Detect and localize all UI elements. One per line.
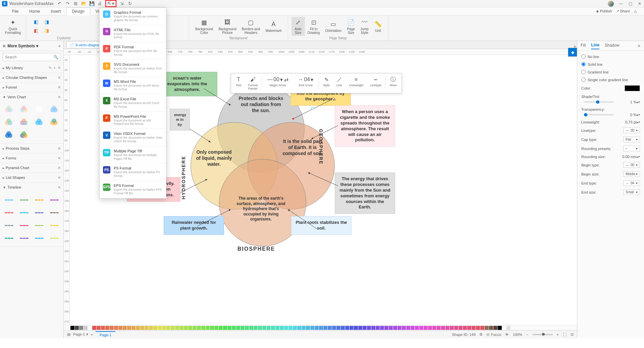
fullscreen-button[interactable]: ⊡: [571, 332, 574, 337]
single-gradient-radio[interactable]: Single color gradient line: [581, 78, 640, 82]
maximize-icon[interactable]: ▢: [628, 1, 633, 6]
fit-button[interactable]: ⛶: [563, 333, 567, 337]
no-line-radio[interactable]: No line: [581, 54, 640, 59]
color-swatch[interactable]: [240, 326, 245, 330]
alert-badge[interactable]: △: [634, 9, 637, 13]
page-tab-1[interactable]: Page-1: [96, 331, 115, 338]
color-swatch[interactable]: [284, 326, 288, 330]
lib-timeline[interactable]: ▼Timeline✕: [0, 183, 63, 192]
color-swatch[interactable]: [363, 326, 367, 330]
rp-tab-shadow[interactable]: Shadow: [605, 43, 619, 49]
begin-arrow-button[interactable]: — 00 ▾ ⇄Begin Arrow: [263, 75, 293, 92]
lib-pyramid-chart[interactable]: ▸Pyramid Chart✕: [0, 163, 63, 172]
zoom-level[interactable]: 100%: [513, 333, 522, 337]
export-item-html-file[interactable]: HHTML FileExport the document as HTML fi…: [100, 25, 166, 43]
page-selector[interactable]: Page-1 ▾: [73, 332, 88, 337]
selected-arrow[interactable]: [290, 96, 337, 123]
page-size-button[interactable]: 📄Page Size: [344, 17, 358, 36]
color-swatch[interactable]: [332, 326, 336, 330]
user-avatar[interactable]: [608, 1, 614, 7]
color-swatch[interactable]: [236, 326, 240, 330]
color-swatch[interactable]: [493, 326, 497, 330]
color-swatch[interactable]: [406, 326, 410, 330]
box-cigarette[interactable]: When a person uses a cigarette and the s…: [335, 105, 395, 147]
color-swatch[interactable]: [415, 326, 419, 330]
color-swatch[interactable]: [79, 326, 83, 330]
format-painter-button[interactable]: 🖌Format Painter: [245, 75, 261, 92]
fill-side-icon[interactable]: ◆: [568, 48, 577, 57]
lib-list-shapes[interactable]: ▸List Shapes✕: [0, 173, 63, 182]
search-input[interactable]: 🔍: [3, 53, 61, 61]
open-icon[interactable]: 📂: [81, 1, 87, 6]
expand-right-icon[interactable]: »: [574, 44, 576, 49]
export-item-eps-format[interactable]: EPSEPS FormatExport the document as Nati…: [100, 181, 166, 198]
color-swatch[interactable]: [101, 326, 105, 330]
export-item-pdf-format[interactable]: PPDF FormatExport the document as PDF fi…: [100, 42, 166, 60]
color-swatch[interactable]: [441, 326, 445, 330]
refresh-icon[interactable]: ↻: [127, 1, 132, 6]
rp-tab-line[interactable]: Line: [591, 43, 599, 49]
color-swatch[interactable]: [197, 326, 201, 330]
unit-button[interactable]: 📏Unit: [371, 17, 385, 36]
color-swatch[interactable]: [219, 326, 223, 330]
color-swatch[interactable]: [162, 326, 166, 330]
end-size-select[interactable]: Small▾: [623, 189, 640, 195]
color-swatch[interactable]: [297, 326, 301, 330]
color-swatch[interactable]: [88, 326, 92, 330]
orientation-button[interactable]: ▭Orientation: [322, 17, 344, 36]
color-swatch[interactable]: [136, 326, 140, 330]
color-swatch[interactable]: [258, 326, 262, 330]
color-swatch[interactable]: [232, 326, 236, 330]
style-button[interactable]: ✎Style: [320, 75, 333, 92]
color-swatch[interactable]: [105, 326, 109, 330]
end-arrow-button[interactable]: → 04 ▾End Arrow: [293, 75, 318, 92]
color-swatch[interactable]: [267, 326, 271, 330]
color-swatch[interactable]: [345, 326, 349, 330]
color-swatch[interactable]: [131, 326, 136, 330]
watermark-button[interactable]: AWatermark: [263, 17, 284, 36]
color-swatch[interactable]: [476, 326, 480, 330]
lib-process-steps[interactable]: ▸Process Steps✕: [0, 144, 63, 153]
cap-select[interactable]: Flat▾: [623, 137, 640, 142]
menu-insert[interactable]: Insert: [45, 8, 66, 15]
color-swatch[interactable]: [302, 326, 306, 330]
theme-thumb-4[interactable]: ◨: [42, 27, 52, 34]
color-swatch[interactable]: [328, 326, 332, 330]
color-swatch[interactable]: [92, 326, 96, 330]
color-swatch[interactable]: [389, 326, 393, 330]
export-item-ps-format[interactable]: PSPS FormatExport the document as Native…: [100, 163, 166, 181]
export-item-graphics-format[interactable]: GGraphics FormatExport the document as c…: [100, 8, 166, 25]
jump-style-button[interactable]: 〰Jump Style: [358, 17, 371, 36]
color-swatch[interactable]: [467, 326, 471, 330]
color-swatch[interactable]: [118, 326, 122, 330]
timeline-shape-9[interactable]: [18, 220, 31, 231]
linetype-select[interactable]: —00▾: [623, 128, 640, 133]
add-page-button[interactable]: +: [91, 333, 93, 337]
color-swatch[interactable]: [371, 326, 375, 330]
color-swatch[interactable]: [84, 326, 88, 330]
color-swatch[interactable]: [397, 326, 401, 330]
color-swatch[interactable]: [310, 326, 314, 330]
minimize-icon[interactable]: —: [619, 1, 623, 6]
color-swatch[interactable]: [262, 326, 266, 330]
borders-button[interactable]: ▢Borders and Headers: [239, 17, 263, 36]
timeline-shape-14[interactable]: [33, 233, 46, 244]
lib-venn-chart[interactable]: ▼Venn Chart✕: [0, 92, 63, 102]
auto-size-button[interactable]: ⤢Auto Size: [291, 17, 305, 36]
color-swatch[interactable]: [454, 326, 458, 330]
color-swatch[interactable]: [193, 326, 197, 330]
color-swatch[interactable]: [254, 326, 258, 330]
color-swatch[interactable]: [358, 326, 362, 330]
publish-button[interactable]: ◈ Publish: [596, 9, 612, 13]
zoom-out-button[interactable]: −: [526, 333, 528, 337]
color-swatch[interactable]: [502, 326, 506, 330]
box-energy-system[interactable]: energy m in by: [170, 109, 190, 131]
import-icon[interactable]: ⇲: [119, 1, 124, 6]
box-plant-roots[interactable]: Plant roots stabilizes the soil.: [291, 216, 352, 235]
color-swatch[interactable]: [384, 326, 388, 330]
color-swatch[interactable]: [424, 326, 428, 330]
rp-tab-fill[interactable]: Fill: [581, 43, 586, 49]
timeline-shape-8[interactable]: [3, 220, 16, 231]
document-tab[interactable]: 📄 9-venn-diagram: [66, 41, 104, 48]
new-tab-icon[interactable]: ⊞: [73, 1, 78, 6]
